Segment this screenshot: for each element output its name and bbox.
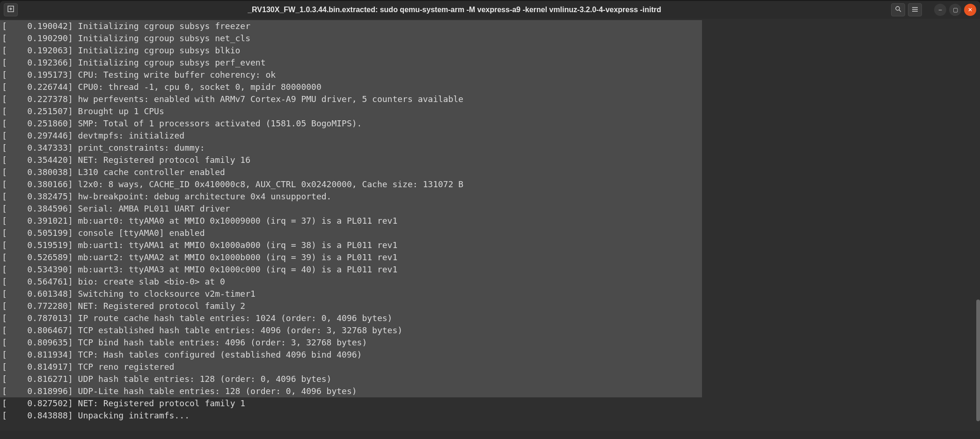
kernel-log-line: [ 0.818996] UDP-Lite hash table entries:… — [2, 385, 978, 397]
window-maximize-button[interactable]: ▢ — [949, 4, 961, 16]
kernel-log-line: [ 0.526589] mb:uart2: ttyAMA2 at MMIO 0x… — [2, 251, 978, 263]
scrollbar-thumb[interactable] — [976, 300, 980, 421]
kernel-log-line: [ 0.811934] TCP: Hash tables configured … — [2, 349, 978, 361]
kernel-log-line: [ 0.190290] Initializing cgroup subsys n… — [2, 32, 978, 44]
window-close-button[interactable]: ✕ — [964, 4, 976, 16]
kernel-log-line: [ 0.297446] devtmpfs: initialized — [2, 130, 978, 142]
new-tab-icon — [7, 6, 14, 14]
svg-line-4 — [899, 10, 901, 12]
search-icon — [895, 6, 901, 14]
new-tab-button[interactable] — [4, 3, 18, 16]
kernel-log-line: [ 0.827502] NET: Registered protocol fam… — [2, 397, 978, 410]
maximize-icon: ▢ — [953, 7, 958, 13]
kernel-log-line: [ 0.251507] Brought up 1 CPUs — [2, 105, 978, 117]
kernel-log-line: [ 0.809635] TCP bind hash table entries:… — [2, 337, 978, 349]
terminal-titlebar[interactable]: _RV130X_FW_1.0.3.44.bin.extracted: sudo … — [0, 1, 980, 19]
kernel-log-line: [ 0.354420] NET: Registered protocol fam… — [2, 154, 978, 166]
kernel-log-line: [ 0.806467] TCP established hash table e… — [2, 324, 978, 337]
close-icon: ✕ — [968, 7, 973, 13]
kernel-log-line: [ 0.772280] NET: Registered protocol fam… — [2, 300, 978, 312]
kernel-log-line: [ 0.380166] l2x0: 8 ways, CACHE_ID 0x410… — [2, 178, 978, 190]
terminal-body[interactable]: [ 0.190042] Initializing cgroup subsys f… — [0, 19, 980, 431]
kernel-log-line: [ 0.601348] Switching to clocksource v2m… — [2, 288, 978, 300]
kernel-log-line: [ 0.814917] TCP reno registered — [2, 361, 978, 373]
kernel-log-line: [ 0.384596] Serial: AMBA PL011 UART driv… — [2, 203, 978, 215]
kernel-log-line: [ 0.380038] L310 cache controller enable… — [2, 166, 978, 178]
terminal-search-button[interactable] — [891, 3, 905, 16]
terminal-menu-button[interactable] — [908, 3, 922, 16]
kernel-log-line: [ 0.564761] bio: create slab <bio-0> at … — [2, 276, 978, 288]
kernel-log-line: [ 0.534390] mb:uart3: ttyAMA3 at MMIO 0x… — [2, 263, 978, 276]
kernel-log-line: [ 0.505199] console [ttyAMA0] enabled — [2, 227, 978, 239]
terminal-window: _RV130X_FW_1.0.3.44.bin.extracted: sudo … — [0, 1, 980, 431]
kernel-log-line: [ 0.843888] Unpacking initramfs... — [2, 410, 978, 422]
kernel-log-line: [ 0.227378] hw perfevents: enabled with … — [2, 93, 978, 105]
window-title: _RV130X_FW_1.0.3.44.bin.extracted: sudo … — [18, 6, 891, 14]
kernel-log-line: [ 0.391021] mb:uart0: ttyAMA0 at MMIO 0x… — [2, 215, 978, 227]
kernel-log-line: [ 0.192366] Initializing cgroup subsys p… — [2, 57, 978, 69]
kernel-log-line: [ 0.190042] Initializing cgroup subsys f… — [2, 20, 978, 32]
svg-point-3 — [896, 7, 900, 10]
kernel-log-line: [ 0.519519] mb:uart1: ttyAMA1 at MMIO 0x… — [2, 239, 978, 251]
minimize-icon: – — [939, 7, 942, 13]
window-minimize-button[interactable]: – — [934, 4, 946, 16]
kernel-log-line: [ 0.192063] Initializing cgroup subsys b… — [2, 44, 978, 57]
kernel-log-line: [ 0.226744] CPU0: thread -1, cpu 0, sock… — [2, 81, 978, 93]
kernel-log-line: [ 0.787013] IP route cache hash table en… — [2, 312, 978, 324]
hamburger-icon — [912, 6, 918, 14]
kernel-log-line: [ 0.382475] hw-breakpoint: debug archite… — [2, 190, 978, 203]
terminal-output[interactable]: [ 0.190042] Initializing cgroup subsys f… — [0, 19, 980, 426]
kernel-log-line: [ 0.816271] UDP hash table entries: 128 … — [2, 373, 978, 385]
kernel-log-line: [ 0.347333] print_constraints: dummy: — [2, 142, 978, 154]
kernel-log-line: [ 0.251860] SMP: Total of 1 processors a… — [2, 117, 978, 130]
kernel-log-line: [ 0.195173] CPU: Testing write buffer co… — [2, 69, 978, 81]
